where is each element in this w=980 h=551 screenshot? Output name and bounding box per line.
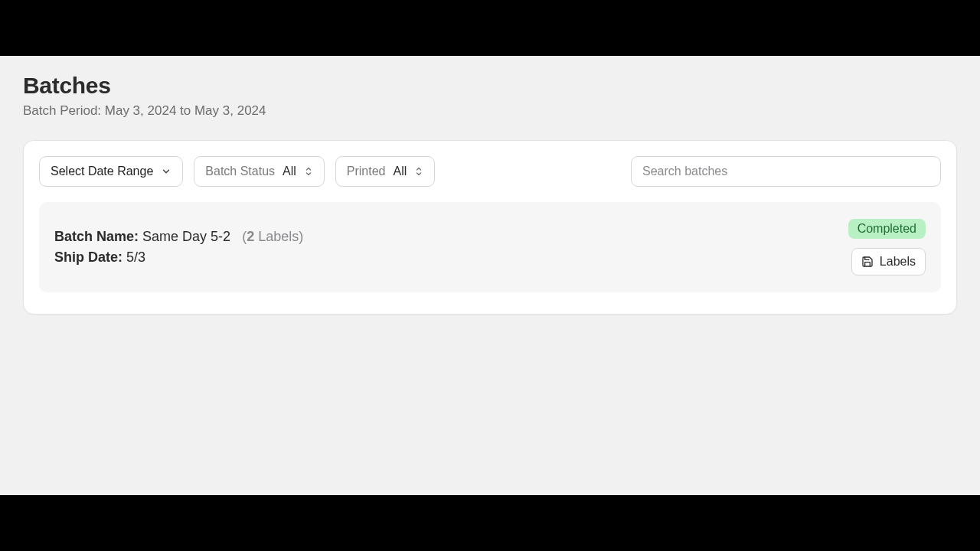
date-range-label: Select Date Range <box>51 165 153 178</box>
page-subtitle: Batch Period: May 3, 2024 to May 3, 2024 <box>23 103 957 119</box>
batch-name-label: Batch Name: <box>54 229 139 244</box>
batch-info: Batch Name: Same Day 5-2 (2 Labels) Ship… <box>54 229 836 266</box>
page-title: Batches <box>23 73 957 99</box>
page-body: Batches Batch Period: May 3, 2024 to May… <box>0 56 980 495</box>
printed-value: All <box>394 165 407 178</box>
date-range-select[interactable]: Select Date Range <box>39 156 183 187</box>
printed-label: Printed <box>347 165 386 178</box>
sort-icon <box>304 166 313 177</box>
toolbar: Select Date Range Batch Status All Print… <box>39 156 941 187</box>
batch-name-value: Same Day 5-2 <box>142 229 230 244</box>
status-badge: Completed <box>848 219 926 239</box>
printed-select[interactable]: Printed All <box>335 156 435 187</box>
batch-name-line: Batch Name: Same Day 5-2 (2 Labels) <box>54 229 836 245</box>
batch-status-value: All <box>283 165 296 178</box>
batch-labels-number: 2 <box>247 229 254 244</box>
chevron-down-icon <box>161 166 172 177</box>
sort-icon <box>414 166 423 177</box>
batch-row[interactable]: Batch Name: Same Day 5-2 (2 Labels) Ship… <box>39 202 941 292</box>
letterbox-bottom <box>0 495 980 551</box>
save-icon <box>861 256 874 268</box>
batch-ship-line: Ship Date: 5/3 <box>54 249 836 266</box>
labels-button-text: Labels <box>880 255 916 269</box>
ship-date-label: Ship Date: <box>54 249 122 265</box>
labels-button[interactable]: Labels <box>851 248 926 276</box>
batch-actions: Completed Labels <box>848 219 926 276</box>
batch-status-label: Batch Status <box>205 165 275 178</box>
ship-date-value: 5/3 <box>126 249 145 265</box>
batch-status-select[interactable]: Batch Status All <box>194 156 325 187</box>
batches-card: Select Date Range Batch Status All Print… <box>23 140 957 315</box>
batch-labels-word: Labels <box>258 229 299 244</box>
search-input[interactable] <box>631 156 941 187</box>
letterbox-top <box>0 0 980 56</box>
batch-labels-count: (2 Labels) <box>242 229 303 244</box>
